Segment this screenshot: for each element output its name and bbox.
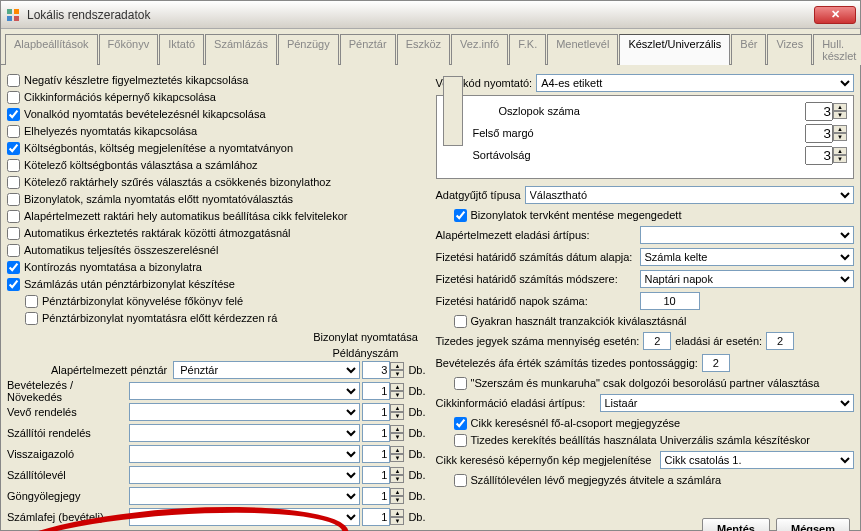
fiz-napok-input[interactable] <box>640 292 700 310</box>
cikk-kereses-check[interactable] <box>454 417 467 430</box>
default-penztar-label: Alapértelmezett pénztár <box>51 364 171 376</box>
left-check-label-14: Pénztárbizonylat nyomtatásra előtt kérde… <box>42 312 277 324</box>
row-select-0[interactable] <box>129 382 360 400</box>
row-select-2[interactable] <box>129 424 360 442</box>
tab-7[interactable]: Vez.infó <box>451 34 508 65</box>
tab-1[interactable]: Főkönyv <box>99 34 159 65</box>
right-column: Vonalkód nyomtató: A4-es etikett Oszlopo… <box>436 71 855 528</box>
left-check-label-12: Számlázás után pénztárbizonylat készítés… <box>24 278 235 290</box>
db-label: Db. <box>408 427 425 439</box>
left-check-0[interactable] <box>7 74 20 87</box>
close-button[interactable]: ✕ <box>814 6 856 24</box>
left-check-label-1: Cikkinformációs képernyő kikapcsolása <box>24 91 216 103</box>
left-check-11[interactable] <box>7 261 20 274</box>
bevet-input[interactable] <box>702 354 730 372</box>
tizedes-menny-input[interactable] <box>643 332 671 350</box>
row-count-5[interactable] <box>362 487 390 505</box>
cikk-kep-select[interactable]: Cikk csatolás 1. <box>660 451 855 469</box>
tab-13[interactable]: Hull. készlet <box>813 34 861 65</box>
row-label-0: Bevételezés / Növekedés <box>7 379 127 403</box>
barcode-printer-select[interactable]: A4-es etikett <box>536 74 854 92</box>
left-check-6[interactable] <box>7 176 20 189</box>
tab-2[interactable]: Iktató <box>159 34 204 65</box>
bevet-label: Bevételezés áfa érték számítás tizedes p… <box>436 357 698 369</box>
left-check-label-8: Alapértelmezett raktári hely automatikus… <box>24 210 347 222</box>
tizedes-ar-input[interactable] <box>766 332 794 350</box>
left-check-9[interactable] <box>7 227 20 240</box>
tab-8[interactable]: F.K. <box>509 34 546 65</box>
tab-5[interactable]: Pénztár <box>340 34 396 65</box>
default-penztar-count[interactable] <box>362 361 390 379</box>
left-check-1[interactable] <box>7 91 20 104</box>
sor-input[interactable] <box>805 146 833 165</box>
left-check-13[interactable] <box>25 295 38 308</box>
tab-12[interactable]: Vizes <box>767 34 812 65</box>
row-label-4: Szállítólevél <box>7 469 127 481</box>
row-select-4[interactable] <box>129 466 360 484</box>
left-check-12[interactable] <box>7 278 20 291</box>
db-label: Db. <box>408 406 425 418</box>
row-count-6[interactable] <box>362 508 390 526</box>
left-check-2[interactable] <box>7 108 20 121</box>
eladasi-artipus-select[interactable] <box>640 226 855 244</box>
row-select-6[interactable] <box>129 508 360 526</box>
oszlop-label: Oszlopok száma <box>469 105 800 117</box>
fiz-napok-label: Fizetési határidő napok száma: <box>436 295 636 307</box>
adatgyujto-select[interactable]: Választható <box>525 186 854 204</box>
row-select-3[interactable] <box>129 445 360 463</box>
left-check-14[interactable] <box>25 312 38 325</box>
gyakran-check[interactable] <box>454 315 467 328</box>
svg-rect-2 <box>7 16 12 21</box>
left-check-3[interactable] <box>7 125 20 138</box>
left-check-4[interactable] <box>7 142 20 155</box>
left-check-label-7: Bizonylatok, számla nyomtatás előtt nyom… <box>24 193 293 205</box>
left-check-label-5: Kötelező költségbontás választása a szám… <box>24 159 258 171</box>
tab-9[interactable]: Menetlevél <box>547 34 618 65</box>
cikk-kereses-label: Cikk keresésnél fő-al-csoport megjegyzés… <box>471 417 681 429</box>
left-check-5[interactable] <box>7 159 20 172</box>
left-check-7[interactable] <box>7 193 20 206</box>
szallito-check[interactable] <box>454 474 467 487</box>
row-count-3[interactable] <box>362 445 390 463</box>
tizedes-kerekit-check[interactable] <box>454 434 467 447</box>
row-select-1[interactable] <box>129 403 360 421</box>
oszlop-input[interactable] <box>805 102 833 121</box>
cancel-button[interactable]: Mégsem <box>776 518 850 531</box>
adatgyujto-label: Adatgyűjtő típusa <box>436 189 521 201</box>
app-icon <box>5 7 21 23</box>
felso-input[interactable] <box>805 124 833 143</box>
biz-tervkent-check[interactable] <box>454 209 467 222</box>
spin-down[interactable]: ▼ <box>390 370 404 378</box>
tab-3[interactable]: Számlázás <box>205 34 277 65</box>
tab-11[interactable]: Bér <box>731 34 766 65</box>
left-check-label-10: Automatikus teljesítés összeszerelésnél <box>24 244 218 256</box>
tizedes-kerekit-label: Tizedes kerekítés beállítás használata U… <box>471 434 811 446</box>
row-label-3: Visszaigazoló <box>7 448 127 460</box>
fiz-modszer-select[interactable]: Naptári napok <box>640 270 855 288</box>
tab-0[interactable]: Alapbeállítások <box>5 34 98 65</box>
row-label-6: Számlafej (bevételi) <box>7 511 127 523</box>
sor-label: Sortávolság <box>443 149 800 161</box>
svg-rect-1 <box>14 9 19 14</box>
left-check-10[interactable] <box>7 244 20 257</box>
cikkinfo-select[interactable]: Listaár <box>600 394 855 412</box>
save-button[interactable]: Mentés <box>702 518 770 531</box>
tab-10[interactable]: Készlet/Univerzális <box>619 34 730 65</box>
spin-up[interactable]: ▲ <box>390 362 404 370</box>
tab-6[interactable]: Eszköz <box>397 34 450 65</box>
row-count-2[interactable] <box>362 424 390 442</box>
eladasi-artipus-label: Alapértelmezett eladási ártípus: <box>436 229 636 241</box>
left-column: Negatív készletre figyelmeztetés kikapcs… <box>7 71 426 528</box>
row-count-1[interactable] <box>362 403 390 421</box>
row-select-5[interactable] <box>129 487 360 505</box>
fiz-alapja-select[interactable]: Számla kelte <box>640 248 855 266</box>
left-check-8[interactable] <box>7 210 20 223</box>
szerszam-check[interactable] <box>454 377 467 390</box>
tab-4[interactable]: Pénzügy <box>278 34 339 65</box>
row-count-0[interactable] <box>362 382 390 400</box>
felso-label: Felső margó <box>443 127 800 139</box>
left-check-label-6: Kötelező raktárhely szűrés választás a c… <box>24 176 331 188</box>
row-count-4[interactable] <box>362 466 390 484</box>
db-label: Db. <box>408 364 425 376</box>
default-penztar-select[interactable]: Pénztár <box>173 361 360 379</box>
